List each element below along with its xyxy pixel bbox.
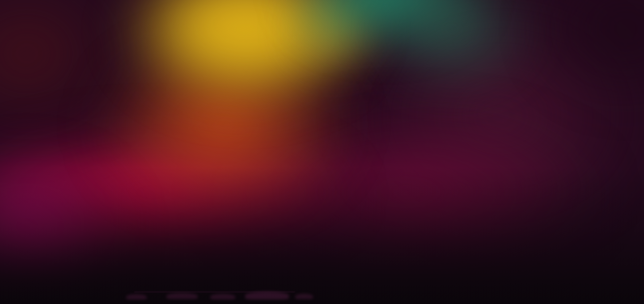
gradient-blob-crimson-band: [0, 103, 438, 282]
silhouette-bump: [210, 294, 235, 300]
gradient-blob-teal: [242, 0, 528, 74]
gradient-blob-plum-right: [313, 0, 644, 259]
silhouette-bump: [126, 294, 147, 300]
gradient-blob-magenta-corner: [0, 130, 170, 304]
silhouette-bump: [166, 293, 198, 299]
gradient-blob-wine-mid: [152, 94, 644, 291]
gradient-blob-olive-bridge: [264, 0, 402, 89]
gradient-blob-yellow: [72, 0, 420, 139]
silhouette-thread: [134, 291, 295, 292]
gradient-blob-maroon-topleft: [0, 0, 161, 165]
film-grain-overlay: [0, 0, 644, 304]
desktop-wallpaper: [0, 0, 644, 304]
silhouette-bump: [295, 294, 313, 299]
silhouette-bump: [245, 291, 289, 300]
gradient-blob-teal-fade: [335, 0, 568, 112]
gradient-blob-orange: [40, 0, 407, 250]
gradient-blob-dark-topright: [505, 0, 644, 125]
bottom-shadow-fade: [0, 0, 644, 304]
